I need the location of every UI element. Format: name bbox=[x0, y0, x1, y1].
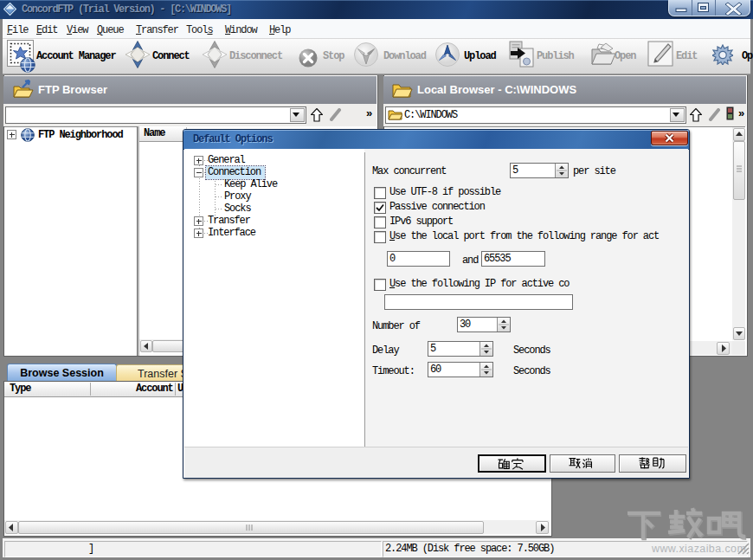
svg-text:www.xiazaiba.com: www.xiazaiba.com bbox=[651, 543, 746, 555]
